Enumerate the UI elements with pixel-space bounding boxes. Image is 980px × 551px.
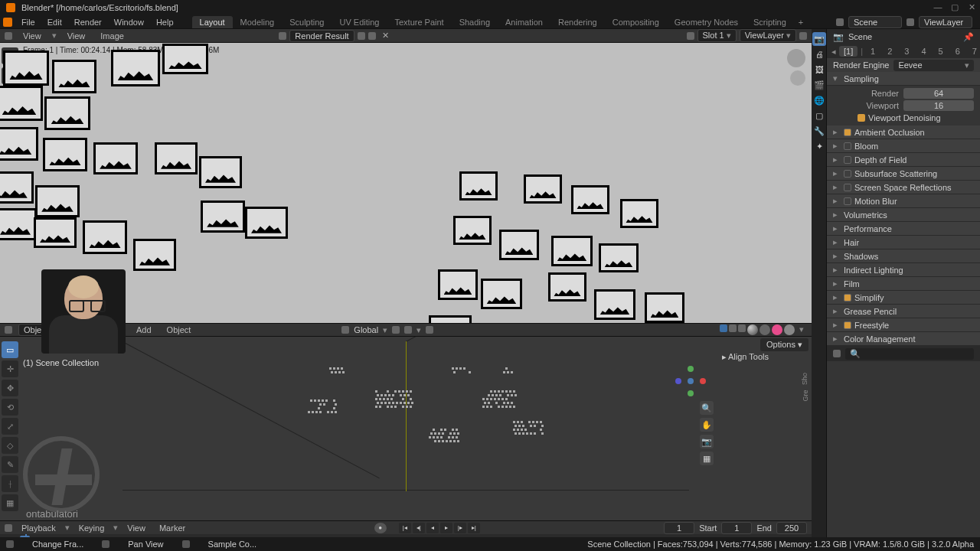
menu-help[interactable]: Help <box>150 16 180 28</box>
current-frame-input[interactable]: 1 <box>664 522 694 534</box>
vp-menu-add[interactable]: Add <box>132 324 156 335</box>
tab-gre[interactable]: Gre <box>801 390 808 401</box>
shade-solid[interactable] <box>760 324 770 335</box>
overlay-toggle[interactable] <box>729 324 737 332</box>
menu-window[interactable]: Window <box>108 16 150 28</box>
prop-render-icon[interactable]: 📷 <box>812 32 826 46</box>
panel-checkbox[interactable] <box>844 184 851 191</box>
workspace-tab-texture-paint[interactable]: Texture Paint <box>387 16 451 28</box>
transform-tool[interactable]: ◇ <box>2 437 18 454</box>
img-menu-view2[interactable]: View <box>63 31 90 41</box>
panel-checkbox[interactable] <box>844 129 851 136</box>
nav-gizmo[interactable] <box>787 49 805 67</box>
prop-output-icon[interactable]: 🖨 <box>812 47 826 61</box>
nav-zoom[interactable] <box>790 70 805 86</box>
tab-sho[interactable]: Sho <box>801 373 808 385</box>
unlink-button[interactable]: ✕ <box>379 31 392 41</box>
panel-grease-pencil[interactable]: ▸Grease Pencil <box>827 305 980 318</box>
start-frame-input[interactable]: 1 <box>721 522 752 534</box>
prop-scene-icon[interactable]: 🎬 <box>812 78 826 92</box>
panel-ambient-occlusion[interactable]: ▸Ambient Occlusion <box>827 126 980 139</box>
panel-checkbox[interactable] <box>844 321 851 329</box>
layer-chip-7[interactable]: 7 <box>968 47 980 56</box>
image-datablock[interactable]: Render Result <box>289 30 354 42</box>
options-dropdown[interactable]: Options ▾ <box>760 338 808 351</box>
workspace-tab-geometry-nodes[interactable]: Geometry Nodes <box>667 16 746 28</box>
annotate-tool-3d[interactable]: ✎ <box>2 456 18 473</box>
pivot-icon[interactable] <box>392 326 400 334</box>
orbit-gizmo[interactable] <box>675 366 706 396</box>
viewlayer-selector[interactable]: ViewLayer <box>919 16 972 28</box>
panel-sampling[interactable]: ▾Sampling <box>827 72 980 86</box>
panel-indirect-lighting[interactable]: ▸Indirect Lighting <box>827 263 980 277</box>
sampling-viewport-input[interactable]: 16 <box>903 100 974 111</box>
panel-color-management[interactable]: ▸Color Management <box>827 332 980 346</box>
layer-selector[interactable]: ViewLayer ▾ <box>740 29 796 42</box>
prop-viewlayer-icon[interactable]: 🖼 <box>812 63 826 77</box>
img-menu-image[interactable]: Image <box>96 31 129 41</box>
play-button[interactable]: ▸ <box>440 523 452 533</box>
add-tool[interactable]: ▦ <box>2 494 18 511</box>
sampling-render-input[interactable]: 64 <box>903 88 974 99</box>
layer-chip-6[interactable]: 6 <box>951 47 965 56</box>
panel-subsurface-scattering[interactable]: ▸Subsurface Scattering <box>827 167 980 181</box>
perspective-button[interactable]: ▦ <box>700 452 714 465</box>
prop-object-icon[interactable]: ▢ <box>812 109 826 122</box>
viewport-denoise-checkbox[interactable] <box>858 114 865 122</box>
menu-edit[interactable]: Edit <box>41 16 68 28</box>
cursor-tool[interactable]: ✛ <box>2 360 18 377</box>
panel-checkbox[interactable] <box>844 156 851 164</box>
panel-motion-blur[interactable]: ▸Motion Blur <box>827 194 980 208</box>
tl-playback[interactable]: Playback <box>17 523 60 533</box>
layer-chip-5[interactable]: 5 <box>934 47 948 56</box>
layer-chip-4[interactable]: 4 <box>916 47 930 56</box>
vp-menu-object[interactable]: Object <box>162 324 196 335</box>
panel-volumetrics[interactable]: ▸Volumetrics <box>827 208 980 222</box>
workspace-tab-animation[interactable]: Animation <box>498 16 550 28</box>
gizmo-toggle[interactable] <box>720 324 727 332</box>
align-tools-panel[interactable]: ▸ Align Tools <box>722 352 769 362</box>
panel-screen-space-reflections[interactable]: ▸Screen Space Reflections <box>827 181 980 194</box>
pass-icon[interactable] <box>799 32 807 40</box>
slot-selector[interactable]: Slot 1 ▾ <box>697 29 737 42</box>
editor-type-3d-icon[interactable] <box>5 326 12 334</box>
menu-render[interactable]: Render <box>68 16 108 28</box>
link-icon[interactable] <box>358 32 365 40</box>
render-engine-selector[interactable]: Eevee▾ <box>893 60 974 71</box>
select-tool[interactable]: ▭ <box>2 341 18 358</box>
proportional-icon[interactable] <box>426 326 433 334</box>
workspace-tab-sculpting[interactable]: Sculpting <box>282 16 332 28</box>
camera-button[interactable]: 📷 <box>700 435 714 448</box>
tl-marker[interactable]: Marker <box>155 523 190 533</box>
close-button[interactable]: ✕ <box>966 2 977 12</box>
editor-type-timeline-icon[interactable] <box>5 524 12 532</box>
panel-checkbox[interactable] <box>844 197 851 205</box>
scene-selector[interactable]: Scene <box>848 16 902 28</box>
autokey-button[interactable]: ● <box>374 523 387 533</box>
pin-icon[interactable] <box>368 32 376 40</box>
end-frame-input[interactable]: 250 <box>776 522 807 534</box>
layer-chip-2[interactable]: 2 <box>883 47 897 56</box>
workspace-tab-layout[interactable]: Layout <box>192 16 233 28</box>
viewport-3d[interactable]: Options ▾ ▸ Align Tools ▭ ✛ ✥ ⟲ ⤢ ◇ ✎ ⟊ … <box>0 337 812 520</box>
orientation-icon[interactable] <box>341 326 349 334</box>
zoom-button[interactable]: 🔍 <box>700 401 714 415</box>
panel-depth-of-field[interactable]: ▸Depth of Field <box>827 153 980 167</box>
panel-checkbox[interactable] <box>844 294 851 302</box>
workspace-tab-shading[interactable]: Shading <box>452 16 498 28</box>
panel-bloom[interactable]: ▸Bloom <box>827 139 980 153</box>
editor-type-icon[interactable] <box>5 32 12 40</box>
prop-particle-icon[interactable]: ✦ <box>812 139 826 153</box>
measure-tool[interactable]: ⟊ <box>2 475 18 492</box>
panel-checkbox[interactable] <box>844 170 851 178</box>
editor-type-prop-icon[interactable] <box>833 350 841 357</box>
menu-file[interactable]: File <box>15 16 41 28</box>
pan-button[interactable]: ✋ <box>700 418 714 432</box>
move-tool[interactable]: ✥ <box>2 380 18 396</box>
shade-material[interactable] <box>772 324 782 335</box>
panel-film[interactable]: ▸Film <box>827 277 980 291</box>
prev-keyframe-button[interactable]: ◂| <box>413 523 425 533</box>
minimize-button[interactable]: — <box>933 2 943 12</box>
snap-icon[interactable] <box>404 326 412 334</box>
panel-shadows[interactable]: ▸Shadows <box>827 249 980 263</box>
